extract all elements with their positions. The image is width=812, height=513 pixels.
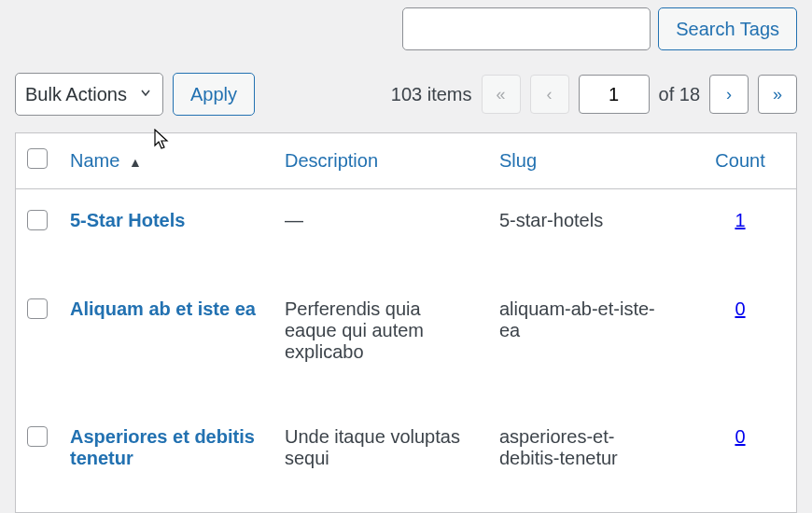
apply-button[interactable]: Apply <box>173 73 255 116</box>
select-all-checkbox[interactable] <box>27 148 48 169</box>
search-tags-button[interactable]: Search Tags <box>658 7 797 50</box>
tag-slug: 5-star-hotels <box>488 189 684 279</box>
tag-description: — <box>273 189 488 279</box>
items-count: 103 items <box>391 84 472 105</box>
tag-description: Perferendis quia eaque qui autem explica… <box>273 278 488 406</box>
tag-count-link[interactable]: 1 <box>735 210 745 230</box>
table-row: 5-Star Hotels — 5-star-hotels 1 <box>16 189 797 279</box>
tag-description: Unde itaque voluptas sequi <box>273 406 488 513</box>
tag-slug: asperiores-et-debitis-tenetur <box>488 406 684 513</box>
column-header-name[interactable]: Name ▲ <box>59 133 273 189</box>
tag-slug: aliquam-ab-et-iste-ea <box>488 278 684 406</box>
sort-asc-icon: ▲ <box>129 155 142 170</box>
last-page-button[interactable]: » <box>758 75 797 114</box>
column-header-description[interactable]: Description <box>273 133 488 189</box>
tag-count-link[interactable]: 0 <box>735 298 745 319</box>
tag-name-link[interactable]: 5-Star Hotels <box>70 210 185 230</box>
next-page-button[interactable]: › <box>709 75 749 114</box>
tag-name-link[interactable]: Aliquam ab et iste ea <box>70 298 256 319</box>
prev-page-button: ‹ <box>530 75 569 114</box>
bulk-actions-select[interactable]: Bulk Actions <box>15 73 163 116</box>
column-header-count[interactable]: Count <box>684 133 797 189</box>
bulk-actions-label: Bulk Actions <box>25 84 127 105</box>
current-page-input[interactable] <box>579 75 650 114</box>
tags-table: Name ▲ Description Slug Count 5-Star Hot… <box>15 132 797 513</box>
row-checkbox[interactable] <box>27 426 48 447</box>
table-row: Asperiores et debitis tenetur Unde itaqu… <box>16 406 797 513</box>
page-total: of 18 <box>659 84 700 105</box>
row-checkbox[interactable] <box>27 298 48 319</box>
search-tags-input[interactable] <box>402 7 651 50</box>
row-checkbox[interactable] <box>27 210 48 230</box>
chevron-down-icon <box>138 84 153 105</box>
column-header-slug[interactable]: Slug <box>488 133 684 189</box>
first-page-button: « <box>482 75 521 114</box>
table-row: Aliquam ab et iste ea Perferendis quia e… <box>16 278 797 406</box>
tag-name-link[interactable]: Asperiores et debitis tenetur <box>70 426 255 468</box>
tag-count-link[interactable]: 0 <box>735 426 745 447</box>
